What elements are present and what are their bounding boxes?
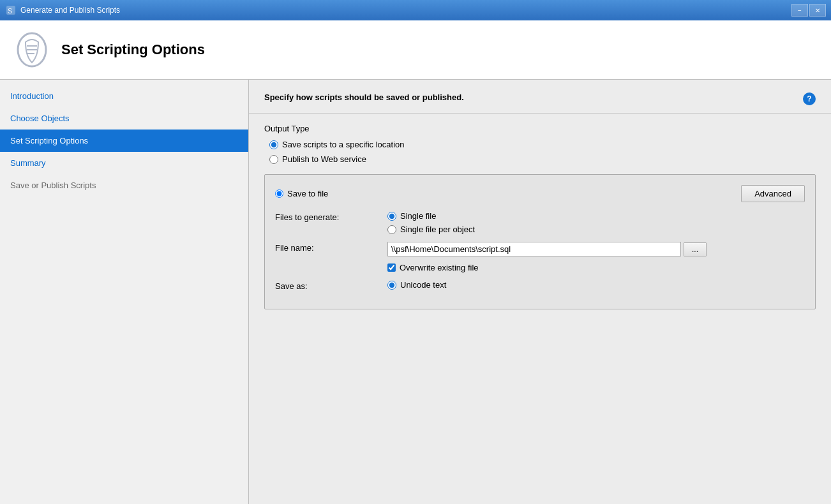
overwrite-label: Overwrite existing file: [400, 263, 479, 272]
files-to-generate-row: Files to generate: Single file Single fi…: [275, 211, 805, 234]
svg-text:S: S: [8, 7, 12, 15]
header-area: Set Scripting Options: [0, 20, 831, 80]
publish-web-radio[interactable]: [269, 155, 278, 164]
save-to-location-radio[interactable]: [269, 140, 278, 149]
advanced-button[interactable]: Advanced: [741, 185, 805, 202]
save-as-row: Save as: Unicode text: [275, 280, 805, 291]
sidebar: Introduction Choose Objects Set Scriptin…: [0, 80, 249, 504]
publish-web-option[interactable]: Publish to Web service: [269, 154, 816, 164]
header-icon: [13, 31, 51, 69]
content-body: Output Type Save scripts to a specific l…: [249, 114, 831, 320]
file-name-label: File name:: [275, 242, 377, 253]
output-type-label: Output Type: [264, 124, 816, 133]
content-header: Specify how scripts should be saved or p…: [249, 80, 831, 114]
save-box-header: Save to file Advanced: [275, 185, 805, 202]
files-to-generate-label: Files to generate:: [275, 211, 377, 222]
overwrite-checkbox-row[interactable]: Overwrite existing file: [387, 263, 707, 272]
main-window: Set Scripting Options Introduction Choos…: [0, 20, 831, 504]
save-to-file-title: Save to file: [275, 189, 328, 198]
app-icon: S: [5, 4, 17, 16]
sidebar-item-introduction[interactable]: Introduction: [0, 85, 248, 107]
close-button[interactable]: ✕: [809, 4, 826, 17]
single-file-radio[interactable]: [387, 212, 396, 221]
file-name-input-row: ...: [387, 242, 707, 256]
output-type-radio-group: Save scripts to a specific location Publ…: [269, 140, 816, 164]
help-icon[interactable]: ?: [803, 93, 816, 105]
single-file-option[interactable]: Single file: [387, 211, 475, 221]
single-file-label: Single file: [400, 211, 436, 221]
file-name-input[interactable]: [387, 242, 681, 256]
save-as-label: Save as:: [275, 280, 377, 291]
file-options-group: Single file Single file per object: [387, 211, 475, 234]
save-to-location-label: Save scripts to a specific location: [282, 140, 404, 149]
title-bar: S Generate and Publish Scripts − ✕: [0, 0, 831, 20]
single-file-per-object-option[interactable]: Single file per object: [387, 225, 475, 234]
file-name-row: File name: ... Overwrite existing file: [275, 242, 805, 272]
browse-button[interactable]: ...: [684, 242, 707, 256]
content-area: Specify how scripts should be saved or p…: [249, 80, 831, 504]
unicode-text-radio[interactable]: [387, 281, 396, 290]
body-area: Introduction Choose Objects Set Scriptin…: [0, 80, 831, 504]
content-description: Specify how scripts should be saved or p…: [264, 93, 464, 102]
save-to-file-label: Save to file: [287, 189, 328, 198]
page-title: Set Scripting Options: [61, 41, 205, 58]
title-bar-text: Generate and Publish Scripts: [20, 6, 120, 15]
sidebar-item-choose-objects[interactable]: Choose Objects: [0, 107, 248, 130]
unicode-text-label: Unicode text: [400, 280, 446, 290]
minimize-button[interactable]: −: [791, 4, 808, 17]
sidebar-item-summary[interactable]: Summary: [0, 152, 248, 174]
unicode-text-option[interactable]: Unicode text: [387, 280, 446, 290]
single-file-per-object-radio[interactable]: [387, 225, 396, 234]
overwrite-checkbox[interactable]: [387, 263, 396, 272]
single-file-per-object-label: Single file per object: [400, 225, 475, 234]
publish-web-label: Publish to Web service: [282, 154, 366, 164]
save-to-file-radio[interactable]: [275, 189, 283, 198]
sidebar-item-save-or-publish: Save or Publish Scripts: [0, 174, 248, 196]
title-bar-controls: − ✕: [791, 4, 826, 17]
sidebar-item-set-scripting-options[interactable]: Set Scripting Options: [0, 130, 248, 152]
save-as-controls: Unicode text: [387, 280, 446, 290]
save-to-file-box: Save to file Advanced Files to generate:…: [264, 174, 816, 309]
save-to-location-option[interactable]: Save scripts to a specific location: [269, 140, 816, 149]
file-name-controls: ... Overwrite existing file: [387, 242, 707, 272]
